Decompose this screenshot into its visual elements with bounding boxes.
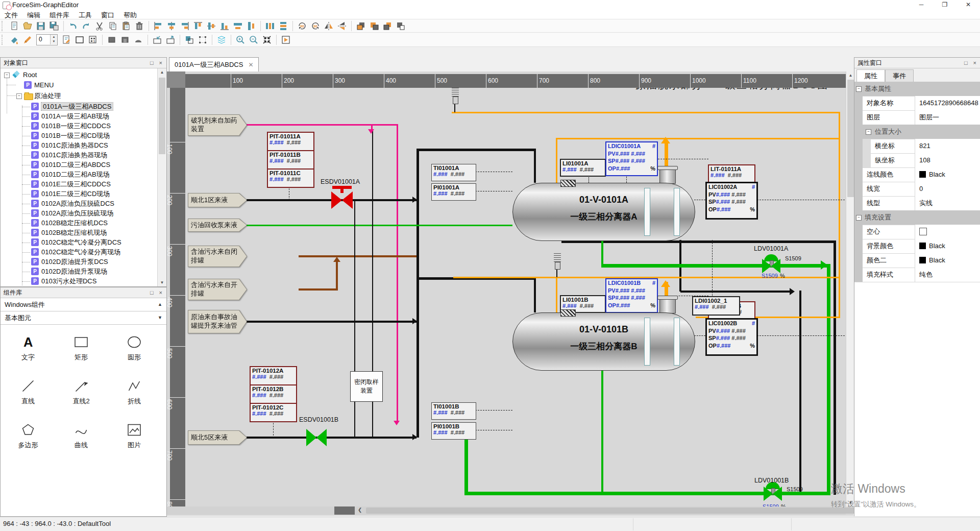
bring-front-button[interactable] bbox=[354, 20, 368, 32]
tree-expand-icon[interactable]: − bbox=[4, 73, 10, 78]
instrument-LDI01002_1[interactable]: LDI01002_1#.### #.### bbox=[692, 296, 740, 316]
library-item-text[interactable]: A文字 bbox=[3, 332, 54, 362]
collapse-icon[interactable]: − bbox=[856, 86, 862, 92]
rotate-ccw-button[interactable]: 90 bbox=[309, 20, 322, 32]
tree-item-15[interactable]: 0102C稳定气冷凝分离现场 bbox=[1, 248, 157, 257]
sampler-box[interactable]: 密闭取样装置 bbox=[350, 371, 383, 402]
anchors-button[interactable] bbox=[196, 34, 209, 45]
distribute-v-button[interactable] bbox=[277, 20, 290, 32]
edit-button[interactable] bbox=[60, 34, 73, 45]
pencil-button[interactable] bbox=[21, 34, 34, 45]
scene-a-button[interactable] bbox=[105, 34, 118, 45]
instrument-PIT-01011A[interactable]: PIT-01011A#.### #.### bbox=[267, 132, 314, 151]
same-width-button[interactable] bbox=[231, 20, 244, 32]
library-item-image[interactable]: 图片 bbox=[109, 420, 160, 450]
library-item-curve[interactable]: 曲线 bbox=[56, 420, 107, 450]
menu-3[interactable]: 组件库 bbox=[45, 10, 74, 20]
line-width-spinner[interactable]: 0▲▼ bbox=[36, 34, 58, 45]
flow-tag[interactable]: 原油来自事故油罐提升泵来油管 bbox=[188, 310, 247, 333]
instrument-PI01001B[interactable]: PI01001B#.### #.### bbox=[431, 422, 476, 440]
tree-root[interactable]: Root bbox=[1, 70, 157, 80]
instrument-PIT-01011B[interactable]: PIT-01011B#.### #.### bbox=[267, 150, 314, 170]
select-rect-button[interactable] bbox=[73, 34, 86, 45]
tree-item-6[interactable]: 0101D二级三相ABDCS bbox=[1, 160, 157, 170]
scene-c-button[interactable] bbox=[132, 34, 145, 45]
properties-tab-事件[interactable]: 事件 bbox=[885, 69, 914, 82]
valve-LDV01001B[interactable] bbox=[773, 487, 782, 501]
panel-dock-close-icons[interactable]: □ × bbox=[150, 287, 164, 298]
export-button[interactable] bbox=[164, 34, 177, 45]
diagram-text[interactable]: S1509 bbox=[762, 273, 778, 279]
tab-0101A[interactable]: 0101A一级三相ABDCS✕ bbox=[169, 57, 259, 71]
instrument-PI01001A[interactable]: PI01001A#.### #.### bbox=[431, 183, 476, 201]
collapse-icon[interactable]: − bbox=[856, 215, 862, 221]
library-section-1[interactable]: 基本图元▼ bbox=[1, 311, 166, 325]
align-right-button[interactable] bbox=[178, 20, 191, 32]
zoom-out-button[interactable] bbox=[247, 34, 260, 45]
instrument-PIT-01012B[interactable]: PIT-01012B#.### #.### bbox=[250, 384, 297, 404]
property-value[interactable]: 实线 bbox=[915, 196, 980, 210]
property-value[interactable]: 纯色 bbox=[915, 268, 980, 282]
section-arrow-icon[interactable]: ▼ bbox=[158, 311, 162, 324]
canvas-vscrollbar[interactable]: ▲ ▼ bbox=[846, 71, 854, 506]
maximize-button[interactable]: ❐ bbox=[933, 0, 957, 10]
diagram-text[interactable]: S1509 bbox=[785, 255, 801, 261]
vessel-01-V-0101B[interactable]: 01-V-0101B一级三相分离器B bbox=[512, 312, 695, 371]
undo-button[interactable] bbox=[66, 20, 80, 32]
valve-ESDV01001B[interactable] bbox=[316, 429, 327, 446]
property-value[interactable]: 1645172890668648 bbox=[915, 96, 980, 110]
diagram-text[interactable]: LDV01001B bbox=[754, 477, 789, 484]
scroll-thumb[interactable] bbox=[847, 80, 854, 197]
tree-item-17[interactable]: 0102D原油提升泵现场 bbox=[1, 267, 157, 276]
flip-v-button[interactable] bbox=[335, 20, 349, 32]
minimize-button[interactable]: ─ bbox=[910, 0, 933, 10]
cut-button[interactable] bbox=[93, 20, 106, 32]
tree-expand-icon[interactable]: − bbox=[16, 93, 22, 99]
controller-LIC01002A[interactable]: LIC01002A#PV#.### #.###SP#.### #.###OP#.… bbox=[705, 182, 758, 220]
properties-tab-属性[interactable]: 属性 bbox=[856, 69, 885, 83]
panel-dock-close-icons[interactable]: □ × bbox=[150, 58, 164, 68]
flow-tag[interactable]: 含油污水来自闭排罐 bbox=[188, 246, 247, 267]
spinner-arrows-icon[interactable]: ▲▼ bbox=[50, 35, 57, 44]
save-as-button[interactable] bbox=[47, 20, 61, 32]
valve-ESDV01001A[interactable] bbox=[331, 191, 342, 209]
flow-tag[interactable]: 顺北1区来液 bbox=[188, 193, 247, 207]
align-middle-button[interactable] bbox=[205, 20, 218, 32]
controller-LDIC01001A[interactable]: LDIC01001A#PV#.### #.###SP#.### #.###OP#… bbox=[605, 141, 658, 176]
canvas-hscrollbar[interactable]: ❮ bbox=[167, 506, 846, 515]
run-button[interactable] bbox=[279, 34, 292, 45]
menu-6[interactable]: 帮助 bbox=[119, 10, 141, 20]
select-matrix-button[interactable]: 5 bbox=[86, 34, 100, 45]
library-section-0[interactable]: Windows组件▲ bbox=[1, 298, 166, 311]
import-button[interactable] bbox=[151, 34, 164, 45]
library-item-polyline[interactable]: 折线 bbox=[109, 376, 160, 406]
scene-b-button[interactable] bbox=[118, 34, 132, 45]
library-item-polygon[interactable]: 多边形 bbox=[3, 420, 54, 450]
menu-5[interactable]: 窗口 bbox=[96, 10, 119, 20]
flow-tag[interactable]: 含油污水来自开排罐 bbox=[188, 279, 247, 300]
new-button[interactable] bbox=[8, 20, 21, 32]
send-backward-button[interactable] bbox=[394, 20, 407, 32]
scroll-down-icon[interactable]: ▼ bbox=[158, 279, 166, 286]
property-value[interactable]: Black bbox=[915, 239, 980, 253]
valve-LDV01001B[interactable] bbox=[764, 487, 773, 501]
open-button[interactable] bbox=[21, 20, 34, 32]
instrument-PIT-01012C[interactable]: PIT-01012C#.### #.### bbox=[250, 403, 297, 422]
rotate-cw-button[interactable]: 90 bbox=[296, 20, 309, 32]
property-value[interactable]: 108 bbox=[915, 153, 980, 167]
instrument-LIT-01011A[interactable]: LIT-01011A#.### #.### bbox=[708, 164, 755, 183]
tree-scrollbar[interactable]: ▲ ▼ bbox=[157, 68, 166, 286]
diagram-text[interactable]: ESDV01001A bbox=[321, 178, 360, 185]
property-value[interactable]: Black bbox=[915, 253, 980, 268]
zoom-fit-button[interactable] bbox=[260, 34, 274, 45]
property-value[interactable] bbox=[915, 225, 980, 239]
instrument-LI01001A[interactable]: LI01001A#.### #.### bbox=[560, 159, 606, 177]
valve-ESDV01001A[interactable] bbox=[342, 191, 353, 209]
tree-item-4[interactable]: 0101C原油换热器DCS bbox=[1, 141, 157, 150]
diagram-text[interactable]: ESDV01001B bbox=[299, 416, 338, 423]
same-height-button[interactable] bbox=[244, 20, 258, 32]
library-item-line2[interactable]: 直线2 bbox=[56, 376, 107, 406]
tree-item-13[interactable]: 0102B稳定压缩机现场 bbox=[1, 228, 157, 237]
scroll-up-icon[interactable]: ▲ bbox=[158, 68, 166, 76]
copy-button[interactable] bbox=[106, 20, 119, 32]
